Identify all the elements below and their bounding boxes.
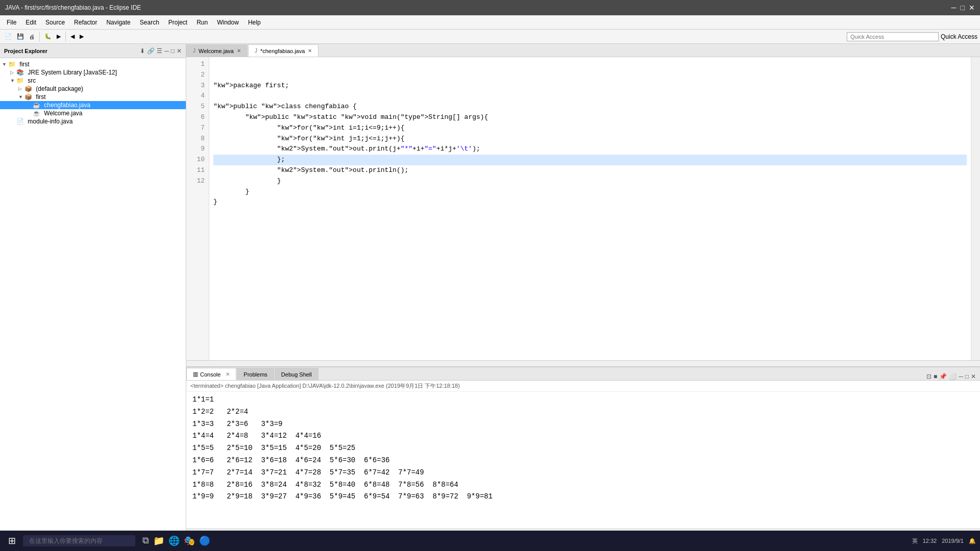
- tab-welcome-close[interactable]: ✕: [237, 48, 241, 54]
- line-number-10: 10: [188, 155, 205, 165]
- forward-button[interactable]: ▶: [78, 32, 86, 41]
- tab-debug-shell[interactable]: Debug Shell: [275, 368, 318, 380]
- taskbar-file-explorer[interactable]: 📁: [153, 535, 164, 546]
- new-button[interactable]: 📄: [3, 32, 14, 41]
- code-line-3: "kw">public "kw">class chengfabiao {: [213, 102, 967, 112]
- taskbar-app1[interactable]: 🎭: [184, 535, 195, 546]
- tree-arrow-0: ▼: [2, 62, 7, 67]
- link-icon[interactable]: 🔗: [147, 47, 155, 55]
- line-number-6: 6: [188, 112, 205, 123]
- maximize-button[interactable]: □: [961, 4, 965, 12]
- close-button[interactable]: ✕: [969, 4, 975, 12]
- tree-arrow-4: ▼: [18, 94, 23, 99]
- bottom-minimize-icon[interactable]: ─: [959, 373, 963, 380]
- tree-label-0: first: [19, 61, 29, 68]
- bottom-tabs: ▥ Console ✕ Problems Debug Shell ⊡ ■ 📌: [186, 367, 980, 381]
- collapse-icon[interactable]: ⬇: [140, 47, 145, 55]
- tab-chengfabiao-close[interactable]: ✕: [308, 48, 312, 54]
- line-number-11: 11: [188, 165, 205, 176]
- editor-scrollbar-horizontal[interactable]: [186, 360, 980, 366]
- tab-problems[interactable]: Problems: [237, 368, 274, 380]
- code-line-12: }: [213, 197, 967, 208]
- tab-chengfabiao-java[interactable]: J *chengfabiao.java ✕: [248, 44, 318, 57]
- tab-welcome-java[interactable]: J Welcome.java ✕: [186, 44, 248, 57]
- tab-problems-label: Problems: [243, 371, 267, 378]
- tree-item-1[interactable]: ▷📚 JRE System Library [JavaSE-12]: [0, 68, 186, 77]
- quick-access-input[interactable]: [847, 32, 939, 41]
- title-bar: JAVA - first/src/first/chengfabiao.java …: [0, 0, 980, 15]
- start-button[interactable]: ⊞: [4, 533, 20, 548]
- tree-icon-7: 📄: [16, 118, 24, 125]
- menu-file[interactable]: File: [3, 17, 20, 28]
- menu-refactor[interactable]: Refactor: [70, 17, 101, 28]
- console-clear-icon[interactable]: ⊡: [926, 373, 932, 380]
- close-panel-icon[interactable]: ✕: [177, 47, 182, 55]
- menu-source[interactable]: Source: [41, 17, 69, 28]
- tree-icon-6: ☕: [33, 110, 40, 117]
- code-lines[interactable]: "kw">package first; "kw">public "kw">cla…: [209, 57, 971, 360]
- bottom-maximize-icon[interactable]: □: [965, 373, 969, 380]
- menu-navigate[interactable]: Navigate: [102, 17, 134, 28]
- taskbar-search[interactable]: [23, 535, 135, 546]
- tree-label-6: Welcome.java: [44, 110, 82, 117]
- sidebar: Project Explorer ⬇ 🔗 ☰ ─ □ ✕ ▼📁 first ▷📚…: [0, 44, 186, 535]
- menu-bar: File Edit Source Refactor Navigate Searc…: [0, 15, 980, 30]
- tree-arrow-3: ▷: [18, 86, 23, 91]
- tree-item-5[interactable]: ☕ chengfabiao.java: [0, 101, 186, 109]
- tree-item-0[interactable]: ▼📁 first: [0, 60, 186, 68]
- save-button[interactable]: 💾: [15, 32, 26, 41]
- debug-button[interactable]: 🐛: [42, 32, 54, 41]
- line-numbers: 123456789101112: [186, 57, 209, 360]
- toolbar-separator-2: [65, 32, 66, 42]
- sidebar-menu-icon[interactable]: ☰: [157, 47, 162, 55]
- code-editor[interactable]: 123456789101112 "kw">package first; "kw"…: [186, 57, 980, 360]
- console-copy-icon[interactable]: ⬜: [949, 373, 957, 380]
- console-header-text: <terminated> chengfabiao [Java Applicati…: [190, 383, 460, 389]
- minimize-button[interactable]: ─: [951, 4, 957, 12]
- menu-window[interactable]: Window: [213, 17, 243, 28]
- taskbar-task-view[interactable]: ⧉: [142, 535, 149, 546]
- console-line-7: 1*8=8 2*8=16 3*8=24 4*8=32 5*8=40 6*8=48…: [192, 479, 974, 491]
- print-button[interactable]: 🖨: [27, 33, 37, 41]
- menu-run[interactable]: Run: [192, 17, 212, 28]
- taskbar-pinned-icons: ⧉ 📁 🌐 🎭 🔵: [142, 535, 210, 546]
- tree-item-4[interactable]: ▼📦 first: [0, 93, 186, 101]
- sidebar-title: Project Explorer: [4, 48, 47, 54]
- taskbar: ⊞ ⧉ 📁 🌐 🎭 🔵 英 12:32 2019/9/1 🔔: [0, 531, 980, 551]
- tree-icon-5: ☕: [33, 102, 40, 109]
- bottom-close-icon[interactable]: ✕: [971, 373, 976, 380]
- menu-search[interactable]: Search: [136, 17, 163, 28]
- console-header: <terminated> chengfabiao [Java Applicati…: [186, 381, 980, 392]
- code-content: 123456789101112 "kw">package first; "kw"…: [186, 57, 980, 360]
- code-line-6: "kw">for("kw">int j=1;j<=i;j++){: [213, 134, 967, 144]
- menu-edit[interactable]: Edit: [21, 17, 40, 28]
- run-button[interactable]: ▶: [55, 32, 63, 41]
- back-button[interactable]: ◀: [68, 32, 77, 41]
- console-icon: ▥: [193, 371, 198, 378]
- bottom-tabs-right: ⊡ ■ 📌 ⬜ ─ □ ✕: [926, 373, 980, 380]
- taskbar-chrome[interactable]: 🌐: [168, 535, 180, 546]
- tab-welcome-label: Welcome.java: [199, 48, 234, 54]
- tree-item-3[interactable]: ▷📦 (default package): [0, 85, 186, 93]
- tree-item-2[interactable]: ▼📁 src: [0, 77, 186, 85]
- tab-console[interactable]: ▥ Console ✕: [186, 368, 236, 380]
- tab-console-label: Console: [200, 371, 220, 378]
- tree-item-6[interactable]: ☕ Welcome.java: [0, 109, 186, 117]
- console-terminate-icon[interactable]: ■: [934, 373, 937, 380]
- menu-project[interactable]: Project: [164, 17, 191, 28]
- console-pin-icon[interactable]: 📌: [939, 373, 947, 380]
- console-line-3: 1*4=4 2*4=8 3*4=12 4*4=16: [192, 430, 974, 442]
- minimize-panel-icon[interactable]: ─: [164, 47, 169, 55]
- code-line-1: "kw">package first;: [213, 81, 967, 91]
- taskbar-notification-icon[interactable]: 🔔: [969, 538, 976, 544]
- tree-item-7[interactable]: 📄 module-info.java: [0, 117, 186, 126]
- taskbar-app2[interactable]: 🔵: [199, 535, 210, 546]
- console-line-0: 1*1=1: [192, 394, 974, 406]
- editor-region: J Welcome.java ✕ J *chengfabiao.java ✕ 1…: [186, 44, 980, 535]
- window-controls[interactable]: ─ □ ✕: [951, 4, 975, 12]
- line-number-9: 9: [188, 144, 205, 155]
- tab-console-close[interactable]: ✕: [226, 371, 230, 377]
- menu-help[interactable]: Help: [244, 17, 265, 28]
- tab-debug-shell-label: Debug Shell: [281, 371, 312, 378]
- maximize-panel-icon[interactable]: □: [171, 47, 175, 55]
